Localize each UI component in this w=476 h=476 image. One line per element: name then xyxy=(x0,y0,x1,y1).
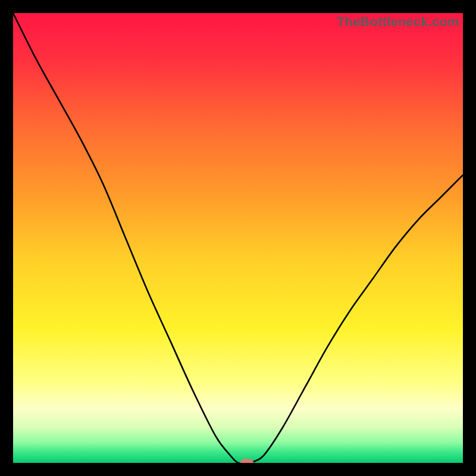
optimum-marker xyxy=(240,459,253,464)
plot-area: TheBottleneck.com xyxy=(13,13,463,463)
bottleneck-curve xyxy=(13,13,463,463)
chart-frame: TheBottleneck.com xyxy=(0,0,476,476)
